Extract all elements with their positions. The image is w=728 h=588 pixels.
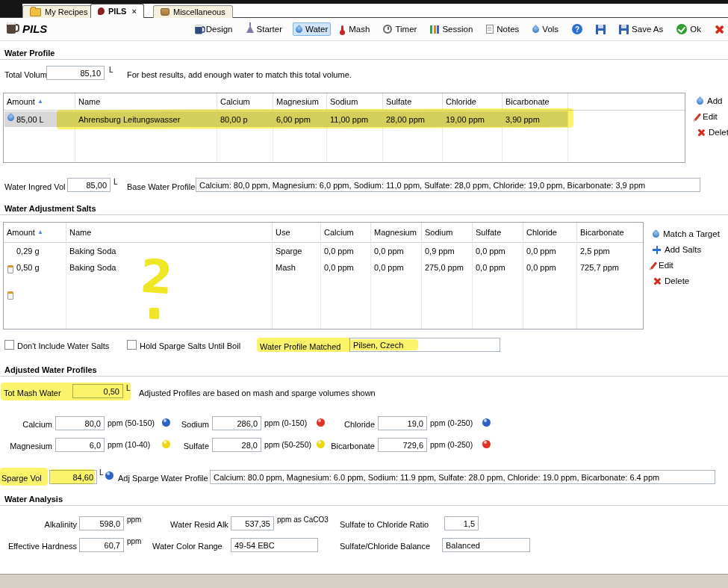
session-button[interactable]: Session <box>427 22 476 36</box>
cell-magnesium: 0,0 ppm <box>374 261 404 274</box>
column-header-calcium[interactable]: Calcium <box>217 93 273 110</box>
clock-icon <box>383 25 392 34</box>
cell-amount: 0,29 g <box>16 244 40 258</box>
save-as-button[interactable]: Save As <box>616 22 666 37</box>
delete-water-button[interactable]: Delete <box>697 128 728 137</box>
column-header-chloride[interactable]: Chloride <box>443 93 503 110</box>
column-header-magnesium[interactable]: Magnesium <box>273 93 327 110</box>
cell-bicarbonate: 725,7 ppm <box>580 261 619 274</box>
add-water-button[interactable]: Add <box>697 96 728 105</box>
bicarbonate-status-dot <box>482 440 491 448</box>
column-header-name[interactable]: Name <box>75 93 217 110</box>
sulfate-chloride-balance-label: Sulfate/Chloride Balance <box>340 541 430 551</box>
water-button[interactable]: Water <box>293 22 331 36</box>
ok-button[interactable]: Ok <box>673 22 704 37</box>
folder-icon <box>30 8 41 16</box>
close-recipe-button[interactable] <box>712 23 726 36</box>
tab-my-recipes[interactable]: My Recipes <box>22 5 95 18</box>
cell-sulfate: 0,0 ppm <box>476 244 505 258</box>
total-volume-input[interactable]: 85,10 <box>46 66 105 80</box>
water-color-range-field[interactable]: 49-54 EBC <box>231 538 318 552</box>
edit-salt-button[interactable]: Edit <box>653 261 720 270</box>
column-header-name[interactable]: Name <box>66 223 273 242</box>
cell-name: Ahrensburg Leitungswasser <box>78 113 180 126</box>
base-water-profile-field[interactable]: Calcium: 80,0 ppm, Magnesium: 6,0 ppm, S… <box>196 178 700 192</box>
effective-hardness-input[interactable]: 60,7 <box>79 538 124 552</box>
column-header-amount[interactable]: Amount ▲ <box>4 223 66 242</box>
starter-button[interactable]: Starter <box>243 22 286 36</box>
column-header-use[interactable]: Use <box>273 223 321 242</box>
note-page-icon <box>486 25 494 34</box>
total-volume-unit: L <box>109 66 113 74</box>
timer-button[interactable]: Timer <box>380 22 420 36</box>
sulfate-status-dot <box>317 440 325 448</box>
sparge-vol-unit: L <box>99 468 104 477</box>
column-header-bicarbonate[interactable]: Bicarbonate <box>577 223 643 242</box>
edit-water-button[interactable]: Edit <box>697 112 728 121</box>
sulfate-chloride-ratio-input[interactable]: 1,5 <box>444 516 479 530</box>
save-disk-icon <box>596 25 606 34</box>
design-button[interactable]: Design <box>191 22 236 37</box>
tab-close-icon[interactable]: × <box>131 7 136 16</box>
sulfate-chloride-ratio-label: Sulfate to Chloride Ratio <box>340 519 429 530</box>
bicarbonate-input[interactable]: 729,6 <box>378 438 427 452</box>
tab-miscellaneous[interactable]: Miscellaneous <box>153 5 233 18</box>
thermometer-icon <box>341 25 343 34</box>
water-ingred-vol-input[interactable]: 85,00 <box>67 178 111 192</box>
column-header-magnesium[interactable]: Magnesium <box>371 223 422 242</box>
water-profile-matched-field[interactable]: Pilsen, Czech <box>349 338 500 352</box>
notes-button[interactable]: Notes <box>483 22 522 36</box>
tot-mash-water-input[interactable]: 0,50 <box>72 384 123 398</box>
chloride-range: ppm (0-250) <box>430 418 473 428</box>
column-header-sulfate[interactable]: Sulfate <box>473 223 523 242</box>
sulfate-label: Sulfate <box>168 441 209 451</box>
alkalinity-input[interactable]: 598,0 <box>79 516 124 530</box>
close-x-icon <box>714 24 724 34</box>
water-resid-alk-input[interactable]: 537,35 <box>231 516 274 530</box>
column-header-calcium[interactable]: Calcium <box>321 223 371 242</box>
grain-bag-icon <box>161 8 169 16</box>
calcium-input[interactable]: 80,0 <box>55 416 105 430</box>
sulfate-chloride-balance-field[interactable]: Balanced <box>442 538 530 552</box>
column-header-amount[interactable]: Amount ▲ <box>4 93 75 110</box>
cell-magnesium: 0,0 ppm <box>374 244 404 258</box>
tab-label: PILS <box>108 7 126 16</box>
sparge-status-dot <box>105 471 113 480</box>
column-header-bicarbonate[interactable]: Bicarbonate <box>503 93 568 110</box>
beersmith-water-tab: My Recipes PILS × Miscellaneous PILS Des… <box>0 0 728 588</box>
tab-bar-corner <box>0 4 22 17</box>
base-water-profile-label: Base Water Profile <box>127 182 195 192</box>
toolbar-buttons: Design Starter Water Mash Timer Session … <box>191 18 728 40</box>
sulfate-input[interactable]: 28,0 <box>212 438 261 452</box>
sparge-vol-input[interactable]: 84,60 <box>49 470 97 484</box>
hold-sparge-salts-checkbox[interactable] <box>127 340 137 350</box>
delete-salt-button[interactable]: Delete <box>653 276 720 285</box>
hold-sparge-salts-label: Hold Sparge Salts Until Boil <box>140 341 240 351</box>
match-a-target-button[interactable]: Match a Target <box>653 229 720 238</box>
mash-button[interactable]: Mash <box>338 22 373 36</box>
column-header-sodium[interactable]: Sodium <box>422 223 473 242</box>
dont-include-water-salts-checkbox[interactable] <box>4 340 14 350</box>
tab-pils[interactable]: PILS × <box>90 4 144 18</box>
adj-sparge-profile-field[interactable]: Calcium: 80.0 ppm, Magnesium: 6.0 ppm, S… <box>210 470 715 484</box>
column-header-sodium[interactable]: Sodium <box>327 93 383 110</box>
cell-amount: 85,00 L <box>16 113 44 126</box>
save-button[interactable] <box>593 22 609 37</box>
section-adjusted-water-profiles: Adjusted Water Profiles <box>0 363 728 377</box>
design-mug-icon <box>195 25 202 34</box>
recipe-toolbar: PILS Design Starter Water Mash Timer Ses… <box>0 18 728 41</box>
chloride-input[interactable]: 19,0 <box>378 416 427 430</box>
add-salts-button[interactable]: Add Salts <box>653 245 720 254</box>
magnesium-input[interactable]: 6,0 <box>55 438 105 452</box>
sodium-input[interactable]: 286,0 <box>212 416 261 430</box>
column-header-filler <box>568 93 685 110</box>
help-button[interactable]: ? <box>569 22 585 37</box>
column-header-sulfate[interactable]: Sulfate <box>383 93 443 110</box>
column-header-chloride[interactable]: Chloride <box>523 223 577 242</box>
vols-button[interactable]: Vols <box>529 22 561 36</box>
cell-use: Sparge <box>276 244 302 258</box>
alkalinity-unit: ppm <box>127 516 141 524</box>
beer-mug-icon <box>7 22 16 34</box>
water-resid-alk-label: Water Resid Alk <box>170 519 228 530</box>
salt-shaker-icon <box>7 265 13 273</box>
